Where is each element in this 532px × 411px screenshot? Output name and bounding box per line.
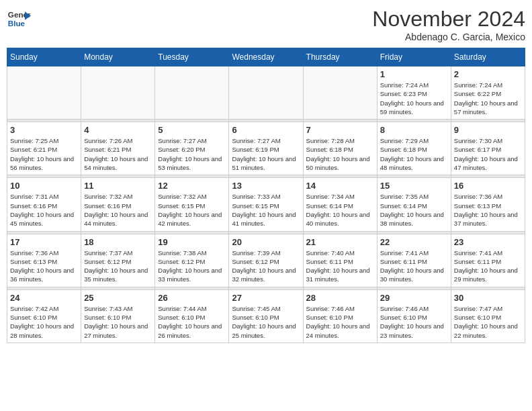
day-number: 21 xyxy=(306,237,374,247)
day-info: Sunrise: 7:29 AM Sunset: 6:18 PM Dayligh… xyxy=(380,136,448,172)
calendar-cell: 10Sunrise: 7:31 AM Sunset: 6:16 PM Dayli… xyxy=(7,178,81,231)
day-number: 13 xyxy=(232,181,300,191)
calendar-table: SundayMondayTuesdayWednesdayThursdayFrid… xyxy=(7,48,525,343)
day-info: Sunrise: 7:38 AM Sunset: 6:12 PM Dayligh… xyxy=(158,248,226,284)
day-info: Sunrise: 7:24 AM Sunset: 6:22 PM Dayligh… xyxy=(454,81,522,116)
calendar-cell: 3Sunrise: 7:25 AM Sunset: 6:21 PM Daylig… xyxy=(7,122,81,175)
day-number: 22 xyxy=(380,237,448,247)
calendar-cell xyxy=(229,66,303,120)
day-info: Sunrise: 7:46 AM Sunset: 6:10 PM Dayligh… xyxy=(306,304,374,340)
calendar-cell: 27Sunrise: 7:45 AM Sunset: 6:10 PM Dayli… xyxy=(229,289,303,342)
svg-text:Blue: Blue xyxy=(8,19,26,28)
calendar-cell: 22Sunrise: 7:41 AM Sunset: 6:11 PM Dayli… xyxy=(377,234,451,287)
day-number: 6 xyxy=(232,125,300,135)
day-info: Sunrise: 7:40 AM Sunset: 6:11 PM Dayligh… xyxy=(306,248,374,284)
calendar-cell: 9Sunrise: 7:30 AM Sunset: 6:17 PM Daylig… xyxy=(451,122,525,175)
calendar-cell: 4Sunrise: 7:26 AM Sunset: 6:21 PM Daylig… xyxy=(81,122,155,175)
day-number: 25 xyxy=(84,293,152,303)
calendar-cell: 13Sunrise: 7:33 AM Sunset: 6:15 PM Dayli… xyxy=(229,178,303,231)
calendar-cell: 28Sunrise: 7:46 AM Sunset: 6:10 PM Dayli… xyxy=(303,289,377,342)
day-info: Sunrise: 7:35 AM Sunset: 6:14 PM Dayligh… xyxy=(380,192,448,228)
day-number: 11 xyxy=(84,181,152,191)
day-number: 10 xyxy=(10,181,78,191)
day-info: Sunrise: 7:25 AM Sunset: 6:21 PM Dayligh… xyxy=(10,136,78,172)
day-info: Sunrise: 7:37 AM Sunset: 6:12 PM Dayligh… xyxy=(84,248,152,284)
calendar-cell: 14Sunrise: 7:34 AM Sunset: 6:14 PM Dayli… xyxy=(303,178,377,231)
day-info: Sunrise: 7:43 AM Sunset: 6:10 PM Dayligh… xyxy=(84,304,152,340)
day-number: 5 xyxy=(158,125,226,135)
day-number: 15 xyxy=(380,181,448,191)
calendar-cell: 2Sunrise: 7:24 AM Sunset: 6:22 PM Daylig… xyxy=(451,66,525,120)
day-number: 20 xyxy=(232,237,300,247)
day-number: 18 xyxy=(84,237,152,247)
calendar-cell xyxy=(303,66,377,120)
day-number: 8 xyxy=(380,125,448,135)
day-number: 24 xyxy=(10,293,78,303)
day-number: 30 xyxy=(454,293,522,303)
calendar-cell: 11Sunrise: 7:32 AM Sunset: 6:16 PM Dayli… xyxy=(81,178,155,231)
day-number: 12 xyxy=(158,181,226,191)
calendar-cell: 12Sunrise: 7:32 AM Sunset: 6:15 PM Dayli… xyxy=(155,178,229,231)
location-subtitle: Abdenago C. Garcia, Mexico xyxy=(372,32,525,42)
day-info: Sunrise: 7:31 AM Sunset: 6:16 PM Dayligh… xyxy=(10,192,78,228)
calendar-cell: 24Sunrise: 7:42 AM Sunset: 6:10 PM Dayli… xyxy=(7,289,81,342)
day-number: 1 xyxy=(380,69,448,79)
calendar-cell: 16Sunrise: 7:36 AM Sunset: 6:13 PM Dayli… xyxy=(451,178,525,231)
calendar-header-row: SundayMondayTuesdayWednesdayThursdayFrid… xyxy=(7,48,525,66)
calendar-cell: 26Sunrise: 7:44 AM Sunset: 6:10 PM Dayli… xyxy=(155,289,229,342)
title-block: November 2024 Abdenago C. Garcia, Mexico xyxy=(372,7,525,42)
day-of-week-header: Thursday xyxy=(303,48,377,66)
calendar-cell: 18Sunrise: 7:37 AM Sunset: 6:12 PM Dayli… xyxy=(81,234,155,287)
calendar-week-row: 24Sunrise: 7:42 AM Sunset: 6:10 PM Dayli… xyxy=(7,289,525,342)
day-info: Sunrise: 7:36 AM Sunset: 6:13 PM Dayligh… xyxy=(10,248,78,284)
calendar-cell: 25Sunrise: 7:43 AM Sunset: 6:10 PM Dayli… xyxy=(81,289,155,342)
day-info: Sunrise: 7:36 AM Sunset: 6:13 PM Dayligh… xyxy=(454,192,522,228)
day-number: 2 xyxy=(454,69,522,79)
day-info: Sunrise: 7:41 AM Sunset: 6:11 PM Dayligh… xyxy=(454,248,522,284)
calendar-week-row: 17Sunrise: 7:36 AM Sunset: 6:13 PM Dayli… xyxy=(7,234,525,287)
day-number: 7 xyxy=(306,125,374,135)
month-title: November 2024 xyxy=(372,7,525,32)
calendar-cell: 20Sunrise: 7:39 AM Sunset: 6:12 PM Dayli… xyxy=(229,234,303,287)
calendar-cell: 1Sunrise: 7:24 AM Sunset: 6:23 PM Daylig… xyxy=(377,66,451,120)
calendar-cell: 19Sunrise: 7:38 AM Sunset: 6:12 PM Dayli… xyxy=(155,234,229,287)
day-number: 29 xyxy=(380,293,448,303)
day-info: Sunrise: 7:26 AM Sunset: 6:21 PM Dayligh… xyxy=(84,136,152,172)
logo: General Blue xyxy=(7,7,31,31)
logo-icon: General Blue xyxy=(7,7,31,31)
day-number: 27 xyxy=(232,293,300,303)
calendar-cell: 23Sunrise: 7:41 AM Sunset: 6:11 PM Dayli… xyxy=(451,234,525,287)
calendar-cell xyxy=(7,66,81,120)
day-info: Sunrise: 7:44 AM Sunset: 6:10 PM Dayligh… xyxy=(158,304,226,340)
day-number: 28 xyxy=(306,293,374,303)
day-number: 4 xyxy=(84,125,152,135)
day-info: Sunrise: 7:39 AM Sunset: 6:12 PM Dayligh… xyxy=(232,248,300,284)
day-info: Sunrise: 7:45 AM Sunset: 6:10 PM Dayligh… xyxy=(232,304,300,340)
day-number: 3 xyxy=(10,125,78,135)
day-info: Sunrise: 7:28 AM Sunset: 6:18 PM Dayligh… xyxy=(306,136,374,172)
day-number: 23 xyxy=(454,237,522,247)
day-info: Sunrise: 7:32 AM Sunset: 6:16 PM Dayligh… xyxy=(84,192,152,228)
calendar-cell: 6Sunrise: 7:27 AM Sunset: 6:19 PM Daylig… xyxy=(229,122,303,175)
calendar-cell: 5Sunrise: 7:27 AM Sunset: 6:20 PM Daylig… xyxy=(155,122,229,175)
day-info: Sunrise: 7:33 AM Sunset: 6:15 PM Dayligh… xyxy=(232,192,300,228)
calendar-cell: 8Sunrise: 7:29 AM Sunset: 6:18 PM Daylig… xyxy=(377,122,451,175)
calendar-cell xyxy=(155,66,229,120)
calendar-cell: 17Sunrise: 7:36 AM Sunset: 6:13 PM Dayli… xyxy=(7,234,81,287)
day-info: Sunrise: 7:27 AM Sunset: 6:19 PM Dayligh… xyxy=(232,136,300,172)
day-info: Sunrise: 7:30 AM Sunset: 6:17 PM Dayligh… xyxy=(454,136,522,172)
day-info: Sunrise: 7:24 AM Sunset: 6:23 PM Dayligh… xyxy=(380,81,448,116)
day-number: 9 xyxy=(454,125,522,135)
day-info: Sunrise: 7:27 AM Sunset: 6:20 PM Dayligh… xyxy=(158,136,226,172)
calendar-cell: 30Sunrise: 7:47 AM Sunset: 6:10 PM Dayli… xyxy=(451,289,525,342)
day-info: Sunrise: 7:47 AM Sunset: 6:10 PM Dayligh… xyxy=(454,304,522,340)
day-of-week-header: Saturday xyxy=(451,48,525,66)
page-header: General Blue November 2024 Abdenago C. G… xyxy=(7,7,525,42)
calendar-cell: 21Sunrise: 7:40 AM Sunset: 6:11 PM Dayli… xyxy=(303,234,377,287)
day-info: Sunrise: 7:42 AM Sunset: 6:10 PM Dayligh… xyxy=(10,304,78,340)
day-number: 26 xyxy=(158,293,226,303)
day-of-week-header: Sunday xyxy=(7,48,81,66)
day-of-week-header: Monday xyxy=(81,48,155,66)
calendar-cell xyxy=(81,66,155,120)
day-info: Sunrise: 7:32 AM Sunset: 6:15 PM Dayligh… xyxy=(158,192,226,228)
